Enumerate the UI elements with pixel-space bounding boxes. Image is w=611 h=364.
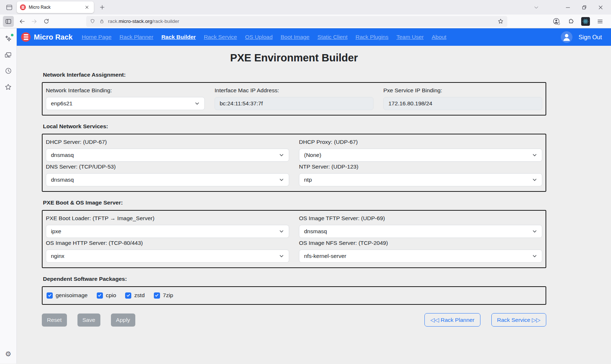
save-button[interactable]: Save: [77, 314, 100, 327]
devices-icon: [4, 51, 12, 59]
puzzle-icon: [567, 18, 574, 25]
ntp-server-select[interactable]: ntp: [299, 173, 542, 186]
shield-icon[interactable]: [90, 19, 95, 24]
select-value: ipxe: [51, 228, 61, 235]
package-checkbox-cpio[interactable]: cpio: [97, 292, 116, 299]
user-avatar[interactable]: [561, 31, 572, 43]
ai-chatbot-button[interactable]: [3, 33, 14, 44]
nav-link-static-client[interactable]: Static Client: [318, 34, 348, 40]
synced-tabs-button[interactable]: [3, 49, 14, 60]
menu-button[interactable]: [597, 18, 603, 25]
nav-link-rack-planner[interactable]: Rack Planner: [120, 34, 153, 40]
nav-link-rack-builder[interactable]: Rack Builder: [161, 34, 196, 40]
select-value: enp6s21: [51, 100, 72, 107]
reset-button[interactable]: Reset: [42, 314, 67, 327]
minimize-button[interactable]: [560, 0, 576, 14]
browser-tab-bar: Micro Rack: [0, 0, 611, 15]
url-text: rack.micro-stack.org/rack-builder: [108, 19, 179, 24]
package-checkbox-zstd[interactable]: zstd: [125, 292, 144, 299]
restore-window-button[interactable]: [576, 0, 592, 14]
sidebar-icon: [5, 18, 12, 25]
chevron-down-icon: [279, 153, 284, 158]
gear-icon: ⚙: [5, 351, 11, 357]
sparkle-icon: [4, 35, 12, 43]
page-title: PXE Environment Builder: [42, 52, 546, 64]
bookmark-star-icon[interactable]: [498, 18, 504, 24]
os-image-http-select[interactable]: nginx: [46, 250, 289, 263]
person-icon: [561, 31, 572, 43]
url-subdomain: rack.: [108, 19, 119, 24]
browser-toolbar: rack.micro-stack.org/rack-builder: [0, 15, 611, 28]
account-button[interactable]: [552, 17, 560, 25]
reload-button[interactable]: [41, 16, 52, 27]
react-devtools-button[interactable]: [581, 17, 590, 26]
select-value: dnsmasq: [51, 152, 74, 158]
select-value: nfs-kernel-server: [304, 253, 346, 259]
list-all-tabs-button[interactable]: [528, 0, 544, 14]
nav-link-about[interactable]: About: [432, 34, 447, 40]
brand-logo-icon: [21, 32, 31, 42]
nav-link-team-user[interactable]: Team User: [396, 34, 424, 40]
package-checkbox-7zip[interactable]: 7zip: [154, 292, 173, 299]
new-tab-button[interactable]: [97, 2, 108, 13]
apply-button[interactable]: Apply: [111, 314, 135, 327]
rack-service-button[interactable]: Rack Service ▷▷: [491, 313, 546, 327]
url-bar[interactable]: rack.micro-stack.org/rack-builder: [86, 16, 507, 27]
extensions-button[interactable]: [567, 18, 574, 25]
chevron-down-icon: [532, 177, 537, 182]
sign-out-button[interactable]: Sign Out: [579, 34, 602, 41]
section-heading-local-services: Local Network Services:: [43, 123, 546, 130]
brand[interactable]: Micro Rack: [21, 32, 73, 42]
section-heading-network-interface: Network Interface Assignment:: [43, 72, 546, 78]
browser-tab[interactable]: Micro Rack: [17, 1, 94, 13]
nav-link-boot-image[interactable]: Boot Image: [281, 34, 310, 40]
network-interface-box: Network Interface Binding: enp6s21 Inter…: [42, 82, 546, 116]
chevron-down-icon: [532, 229, 537, 234]
field-label: NTP Server: (UDP-123): [299, 163, 542, 170]
select-value: nginx: [51, 253, 64, 259]
web-page: Micro Rack Home Page Rack Planner Rack B…: [17, 28, 611, 364]
field-label: OS Image TFTP Server: (UDP-69): [299, 215, 542, 222]
back-button[interactable]: [17, 16, 28, 27]
nav-link-rack-service[interactable]: Rack Service: [204, 34, 237, 40]
pxe-boot-loader-select[interactable]: ipxe: [46, 225, 289, 238]
package-checkbox-genisoimage[interactable]: genisoimage: [47, 292, 88, 299]
local-services-box: DHCP Server: (UDP-67) dnsmasq DHCP Proxy…: [42, 134, 546, 192]
lock-icon[interactable]: [99, 19, 104, 24]
nav-link-os-upload[interactable]: OS Upload: [245, 34, 273, 40]
nav-link-rack-plugins[interactable]: Rack Plugins: [356, 34, 388, 40]
navbar-right: Sign Out: [561, 31, 602, 43]
chevron-down-icon: [195, 101, 200, 106]
star-icon: [4, 83, 12, 91]
os-image-nfs-select[interactable]: nfs-kernel-server: [299, 250, 542, 263]
toolbar-extensions-area: [552, 17, 608, 26]
dhcp-proxy-select[interactable]: (None): [299, 149, 542, 162]
chevron-down-icon: [279, 229, 284, 234]
chevron-down-icon: [279, 177, 284, 182]
clock-icon: [5, 67, 12, 74]
url-domain: micro-stack.org: [119, 19, 152, 24]
tab-close-icon[interactable]: [83, 4, 91, 11]
sidebar-settings-button[interactable]: ⚙: [3, 348, 14, 359]
firefox-sidebar: ⚙: [0, 28, 17, 364]
os-image-tftp-select[interactable]: dnsmasq: [299, 225, 542, 238]
field-label: DNS Server: (TCP/UDP-53): [46, 163, 289, 170]
bookmarks-button[interactable]: [3, 81, 14, 92]
interface-mac-input: bc:24:11:54:37:7f: [215, 97, 374, 110]
history-button[interactable]: [3, 65, 14, 76]
chevron-down-icon: [532, 254, 537, 259]
chevron-down-icon: [532, 153, 537, 158]
dhcp-server-select[interactable]: dnsmasq: [46, 149, 289, 162]
package-label: zstd: [134, 292, 144, 299]
network-interface-binding-select[interactable]: enp6s21: [46, 97, 205, 110]
rack-planner-button[interactable]: ◁◁ Rack Planner: [424, 313, 480, 327]
sidebar-toggle-button[interactable]: [3, 16, 14, 27]
close-window-button[interactable]: [592, 0, 609, 14]
nav-link-home-page[interactable]: Home Page: [82, 34, 112, 40]
checkbox-checked-icon: [125, 292, 131, 299]
firefox-view-button[interactable]: [4, 2, 15, 13]
select-value: (None): [304, 152, 321, 158]
package-label: 7zip: [163, 292, 173, 299]
dns-server-select[interactable]: dnsmasq: [46, 173, 289, 186]
field-label: OS Image NFS Server: (TCP-2049): [299, 240, 542, 246]
